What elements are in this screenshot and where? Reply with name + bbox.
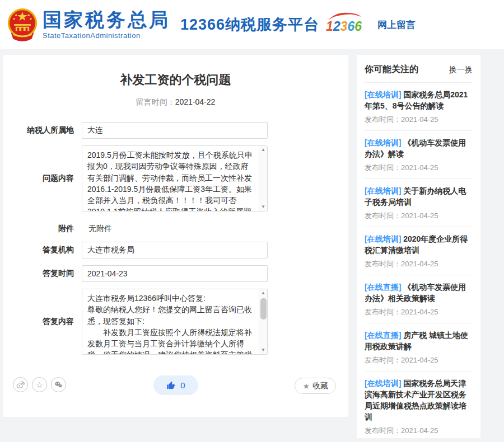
recommend-header: 你可能关注的 换一换: [365, 55, 473, 83]
item-date: 发布时间：2021-04-25: [365, 426, 473, 436]
question-scrollbar[interactable]: ▲ ▼: [259, 146, 267, 211]
list-item[interactable]: [在线培训] 2020年度企业所得税汇算清缴培训 发布时间：2021-04-25: [365, 227, 473, 275]
breadcrumb-page-link[interactable]: 网上留言: [377, 18, 416, 31]
attachment-label: 附件: [3, 224, 82, 234]
platform-name: 12366纳税服务平台: [180, 15, 319, 35]
question-label: 问题内容: [3, 173, 82, 184]
item-date: 发布时间：2021-04-25: [365, 115, 473, 125]
reply-time-input[interactable]: [82, 265, 268, 282]
reply-time-row: 答复时间: [3, 265, 348, 282]
reply-time-label: 答复时间: [3, 269, 82, 279]
weibo-icon: [16, 380, 25, 389]
item-date: 发布时间：2021-04-25: [365, 259, 473, 269]
like-count: 0: [180, 380, 185, 390]
attachment-row: 附件 无附件: [3, 224, 348, 234]
reply-content-textarea[interactable]: 大连市税务局12366呼叫中心答复: 尊敬的纳税人您好！您提交的网上留言咨询已收…: [82, 289, 268, 355]
item-tag: [在线培训]: [365, 138, 401, 147]
12366-logo-graphic: 12366: [324, 11, 365, 38]
share-icons: ☆: [13, 377, 66, 392]
message-time-label: 留言时间：: [136, 97, 175, 106]
share-weibo-button[interactable]: [13, 377, 28, 392]
question-textarea[interactable]: 2019.5月份工资未能按时发放，且个税系统只申报为0，现我司因劳动争议等特殊原…: [82, 145, 268, 211]
star-icon: ☆: [36, 380, 43, 389]
message-form: 纳税人所属地 问题内容 2019.5月份工资未能按时发放，且个税系统只申报为0，…: [3, 122, 348, 355]
reply-content-text: 大连市税务局12366呼叫中心答复: 尊敬的纳税人您好！您提交的网上留言咨询已收…: [82, 289, 259, 354]
question-row: 问题内容 2019.5月份工资未能按时发放，且个税系统只申报为0，现我司因劳动争…: [3, 145, 348, 211]
scroll-up-icon[interactable]: ▲: [259, 146, 267, 154]
recommend-panel: 你可能关注的 换一换 [在线培训] 国家税务总局2021年第5、8号公告的解读 …: [357, 55, 480, 438]
like-button[interactable]: 0: [153, 375, 198, 395]
thumbs-up-icon: [166, 380, 176, 391]
scroll-down-icon[interactable]: ▼: [259, 346, 267, 354]
favorite-label: 收藏: [312, 381, 328, 391]
list-item[interactable]: [在线培训] 国家税务总局2021年第5、8号公告的解读 发布时间：2021-0…: [365, 83, 473, 131]
item-tag: [在线直播]: [365, 331, 401, 340]
share-wechat-button[interactable]: [51, 377, 66, 392]
item-tag: [在线培训]: [365, 234, 401, 243]
item-date: 发布时间：2021-04-25: [365, 211, 473, 221]
org-name-cn: 国家税务总局: [43, 10, 170, 30]
item-tag: [在线培训]: [365, 379, 401, 388]
scrollbar-thumb[interactable]: [260, 298, 267, 319]
share-qzone-button[interactable]: ☆: [32, 377, 47, 392]
item-tag: [在线培训]: [365, 90, 401, 99]
item-date: 发布时间：2021-04-25: [365, 355, 473, 365]
reply-org-input[interactable]: [82, 242, 268, 258]
org-name-en: StateTaxationAdministration: [43, 31, 170, 40]
item-date: 发布时间：2021-04-25: [365, 163, 473, 173]
message-time: 留言时间：2021-04-22: [3, 97, 348, 107]
scroll-down-icon[interactable]: ▼: [259, 203, 267, 211]
action-bar: ☆ 0 ★ 收藏: [3, 375, 348, 396]
favorite-button[interactable]: ★ 收藏: [295, 378, 336, 394]
reply-scrollbar[interactable]: ▲ ▼: [259, 289, 267, 354]
reply-org-label: 答复机构: [3, 245, 82, 255]
scroll-up-icon[interactable]: ▲: [259, 289, 267, 297]
reply-content-label: 答复内容: [3, 317, 82, 327]
location-row: 纳税人所属地: [3, 122, 348, 139]
item-date: 发布时间：2021-04-25: [365, 307, 473, 317]
question-text: 2019.5月份工资未能按时发放，且个税系统只申报为0，现我司因劳动争议等特殊原…: [82, 146, 259, 211]
site-header: 国家税务总局 StateTaxationAdministration 12366…: [0, 0, 504, 49]
location-label: 纳税人所属地: [3, 125, 82, 135]
message-detail-card: 补发工资的个税问题 留言时间：2021-04-22 纳税人所属地 问题内容 20…: [3, 55, 348, 417]
list-item[interactable]: [在线培训] 《机动车发票使用办法》解读 发布时间：2021-04-25: [365, 131, 473, 179]
recommend-title: 你可能关注的: [365, 64, 418, 76]
list-item[interactable]: [在线培训] 关于新办纳税人电子税务局培训 发布时间：2021-04-25: [365, 179, 473, 227]
national-emblem-logo: [7, 7, 38, 42]
wechat-icon: [54, 380, 63, 389]
star-icon: ★: [302, 382, 310, 391]
list-item[interactable]: [在线直播] 房产税 城镇土地使用税政策讲解 发布时间：2021-04-25: [365, 323, 473, 372]
reply-org-row: 答复机构: [3, 242, 348, 258]
list-item[interactable]: [在线培训] 国家税务总局天津滨海高新技术产业开发区税务局近期增值税热点政策解读…: [365, 372, 473, 438]
message-time-value: 2021-04-22: [175, 97, 216, 106]
item-tag: [在线直播]: [365, 283, 401, 291]
list-item[interactable]: [在线直播] 《机动车发票使用办法》相关政策解读 发布时间：2021-04-25: [365, 275, 473, 323]
reply-content-row: 答复内容 大连市税务局12366呼叫中心答复: 尊敬的纳税人您好！您提交的网上留…: [3, 289, 348, 355]
refresh-list-button[interactable]: 换一换: [449, 65, 473, 75]
location-input[interactable]: [82, 122, 268, 139]
page-title: 补发工资的个税问题: [3, 72, 348, 88]
attachment-value: 无附件: [82, 224, 112, 234]
item-tag: [在线培训]: [365, 186, 401, 195]
